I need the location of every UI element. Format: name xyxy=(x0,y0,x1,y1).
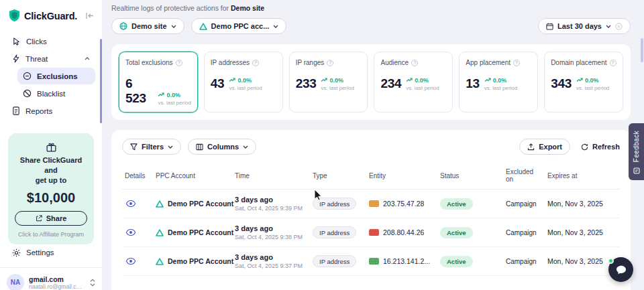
stat-value: 233 xyxy=(296,76,317,91)
country-flag-icon xyxy=(369,229,379,236)
stat-card-ip-ranges[interactable]: IP ranges? 233 0.0% vs. last period xyxy=(289,52,368,113)
account-name: Demo PPC Account xyxy=(168,228,233,236)
online-status-dot xyxy=(608,258,614,264)
stat-change: 0.0% xyxy=(585,77,599,84)
nav-label: Exclusions xyxy=(37,72,78,80)
chevron-down-icon xyxy=(168,145,173,149)
affiliate-promo-card[interactable]: Share ClickGuard and get up to $10,000 S… xyxy=(8,133,94,244)
sidebar-item-reports[interactable]: Reports xyxy=(7,102,95,119)
globe-icon xyxy=(119,22,127,30)
promo-amount: $10,000 xyxy=(15,190,87,206)
stat-card-audience[interactable]: Audience? 234 0.0% vs. last period xyxy=(374,52,453,113)
time-full: Sat, Oct 4, 2025 9:38 PM xyxy=(235,234,307,240)
col-time: Time xyxy=(232,164,310,190)
logo-row: ClickGuard. xyxy=(7,9,95,32)
info-icon[interactable]: ? xyxy=(327,60,333,66)
chat-launcher-button[interactable] xyxy=(608,257,633,282)
circle-minus-icon xyxy=(23,72,32,80)
nav-label: Settings xyxy=(26,248,54,257)
trend-up-icon xyxy=(158,92,164,98)
site-filter-dropdown[interactable]: Demo site xyxy=(111,18,184,34)
excluded-on: Campaign xyxy=(506,229,537,236)
status-badge: Active xyxy=(440,198,473,210)
date-range-dropdown[interactable]: Last 30 days xyxy=(538,18,631,34)
chevron-down-icon xyxy=(606,25,611,28)
report-document-icon xyxy=(12,106,20,115)
info-icon[interactable]: ? xyxy=(252,60,259,66)
affiliate-program-link[interactable]: Click to Affiliate Program xyxy=(15,231,87,238)
time-relative: 3 days ago xyxy=(235,253,307,261)
prohibited-icon xyxy=(23,89,32,98)
sidebar-item-exclusions[interactable]: Exclusions xyxy=(17,68,95,84)
chevron-down-icon xyxy=(243,145,248,149)
stats-summary: Total exclusions? 6 523 0.0% vs. last pe… xyxy=(111,44,631,120)
filters-button[interactable]: Filters xyxy=(122,139,181,155)
export-icon xyxy=(527,143,535,151)
columns-icon xyxy=(196,143,203,151)
chevron-up-down-icon xyxy=(90,279,95,287)
ppc-account-icon xyxy=(156,258,164,265)
info-icon[interactable]: ? xyxy=(411,60,418,66)
info-icon[interactable]: ? xyxy=(513,60,520,66)
trend-up-icon xyxy=(484,77,491,84)
stat-period: vs. last period xyxy=(158,100,191,106)
time-relative: 3 days ago xyxy=(235,224,307,232)
stat-card-app-placement[interactable]: App placement? 13 0.0% vs. last period xyxy=(459,52,538,113)
page-scrollbar-thumb[interactable] xyxy=(641,38,643,62)
account-name: Demo PPC Account xyxy=(168,257,233,265)
clear-icon[interactable] xyxy=(615,23,623,30)
page-subtitle: Realtime logs of protective actions for … xyxy=(111,3,631,15)
stat-change: 0.0% xyxy=(329,77,343,84)
stat-change: 0.0% xyxy=(166,92,180,98)
stat-change: 0.0% xyxy=(415,77,429,84)
trend-up-icon xyxy=(229,77,235,84)
info-icon[interactable]: ? xyxy=(176,60,182,66)
type-badge: IP address xyxy=(313,198,356,210)
user-account-selector[interactable]: NA gmail.com naatali.ro@gmail.com xyxy=(0,267,102,290)
info-icon[interactable]: ? xyxy=(610,60,616,66)
stat-change: 0.0% xyxy=(237,77,252,84)
clickguard-logo-icon xyxy=(8,9,21,23)
stat-period: vs. last period xyxy=(229,85,262,91)
entity-value: 203.75.47.28 xyxy=(383,200,424,208)
ppc-account-filter-dropdown[interactable]: Demo PPC acc... xyxy=(191,18,287,34)
columns-button[interactable]: Columns xyxy=(188,139,256,155)
chevron-up-icon xyxy=(85,57,90,60)
stat-period: vs. last period xyxy=(406,85,439,91)
share-button[interactable]: Share xyxy=(15,211,87,226)
cursor-click-icon xyxy=(12,37,21,46)
table-row: Demo PPC Account 3 days agoSat, Oct 4, 2… xyxy=(122,247,620,276)
details-eye-icon[interactable] xyxy=(125,257,137,266)
stat-card-total-exclusions[interactable]: Total exclusions? 6 523 0.0% vs. last pe… xyxy=(119,52,198,113)
expires-at: Mon, Nov 3, 2025 xyxy=(547,228,603,236)
col-excluded-on: Excluded on xyxy=(503,164,545,190)
feedback-tab[interactable]: Feedback xyxy=(629,123,644,180)
stat-value: 43 xyxy=(211,76,225,91)
col-status: Status xyxy=(437,164,503,190)
stat-card-ip-addresses[interactable]: IP addresses? 43 0.0% vs. last period xyxy=(204,52,283,113)
details-eye-icon[interactable] xyxy=(125,199,137,208)
avatar: NA xyxy=(7,274,24,290)
table-row: Demo PPC Account 3 days agoSat, Oct 4, 2… xyxy=(122,218,620,247)
ppc-account-icon xyxy=(156,200,164,208)
excluded-on: Campaign xyxy=(506,200,537,208)
ppc-account-icon xyxy=(156,229,164,236)
expires-at: Mon, Nov 3, 2025 xyxy=(547,257,603,265)
sidebar-item-clicks[interactable]: Clicks xyxy=(7,33,95,50)
sidebar-collapse-icon[interactable] xyxy=(85,12,94,19)
stat-period: vs. last period xyxy=(321,85,354,91)
stat-period: vs. last period xyxy=(484,85,517,91)
sidebar-item-blacklist[interactable]: Blacklist xyxy=(17,85,95,102)
gear-icon xyxy=(12,248,21,257)
sidebar-item-settings[interactable]: Settings xyxy=(7,244,95,261)
sidebar-item-threat[interactable]: Threat xyxy=(7,50,95,67)
entity-value: 208.80.44.26 xyxy=(383,228,424,236)
refresh-button[interactable]: Refresh xyxy=(581,143,620,151)
stat-card-domain-placement[interactable]: Domain placement? 343 0.0% vs. last peri… xyxy=(544,52,623,113)
time-full: Sat, Oct 4, 2025 9:37 PM xyxy=(235,263,307,269)
expires-at: Mon, Nov 3, 2025 xyxy=(547,200,603,208)
sidebar-scrollbar[interactable] xyxy=(100,39,102,123)
details-eye-icon[interactable] xyxy=(125,228,137,237)
exclusions-log-card: Filters Columns Export xyxy=(111,130,631,290)
export-button[interactable]: Export xyxy=(519,139,570,155)
